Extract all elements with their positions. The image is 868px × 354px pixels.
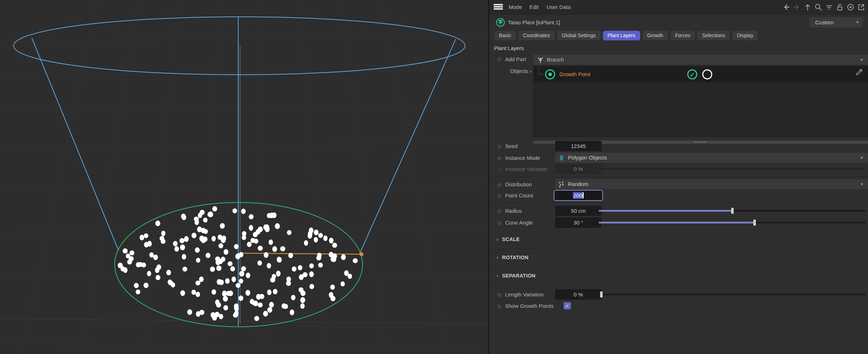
param-diamond-icon: ◇ [497, 166, 502, 172]
radius-label: Radius [505, 208, 522, 214]
point-count-label: Point Count [505, 192, 533, 198]
section-scale[interactable]: ›SCALE [497, 236, 520, 242]
param-diamond-icon: ◇ [497, 155, 502, 161]
length-variation-input[interactable]: 0 % [555, 289, 602, 300]
section-separation[interactable]: ›SEPARATION [497, 272, 535, 279]
application-window: Mode Edit User Data Taiao Plant [toPlant… [0, 0, 868, 354]
growth-point-radio-dot [548, 73, 552, 76]
plant-layers-heading: Plant Layers [494, 45, 524, 51]
object-title: Taiao Plant [toPlant.1] [508, 15, 560, 30]
param-diamond-icon: ◇ [497, 220, 502, 226]
distribution-dropdown[interactable]: Random ▼ [555, 179, 868, 189]
tab-global-settings[interactable]: Global Settings [557, 31, 600, 40]
panel-menubar: Mode Edit User Data [489, 0, 868, 15]
attribute-manager-panel: Mode Edit User Data Taiao Plant [toPlant… [489, 0, 868, 354]
tab-display[interactable]: Display [732, 31, 758, 40]
show-growth-points-checkbox[interactable]: ✓ [564, 302, 571, 309]
text-cursor [583, 192, 584, 198]
section-divider [489, 249, 868, 250]
attribute-tabs: BasicCoordinatesGlobal SettingsPlant Lay… [494, 31, 758, 40]
selected-text: 200 [573, 192, 583, 199]
section-divider [489, 267, 868, 268]
section-divider [489, 286, 868, 287]
panel-toolbar-icons [782, 0, 865, 14]
cone-angle-label: Cone Angle [505, 220, 533, 226]
enabled-check-icon[interactable]: ✓ [687, 69, 697, 79]
forward-arrow-icon[interactable] [793, 3, 801, 11]
section-divider [489, 203, 868, 204]
cone-angle-slider[interactable] [599, 217, 866, 228]
tab-coordinates[interactable]: Coordinates [518, 31, 555, 40]
length-variation-label: Length Variation [505, 291, 544, 298]
tab-growth[interactable]: Growth [643, 31, 668, 40]
param-diamond-icon: ◇ [497, 208, 502, 214]
menu-user-data[interactable]: User Data [547, 0, 571, 14]
preset-value: Custom [815, 19, 834, 25]
length-variation-slider-handle[interactable] [600, 291, 603, 298]
section-rotation[interactable]: ›ROTATION [497, 254, 529, 260]
cone-angle-slider-handle[interactable] [753, 220, 756, 226]
growth-point-name[interactable]: Growth Point [559, 67, 590, 82]
seed-input[interactable]: 12345 [555, 141, 602, 151]
instance-variation-input: 0 % [555, 164, 602, 174]
seed-label: Seed [505, 143, 518, 149]
point-count-input[interactable]: 200 [554, 190, 603, 201]
chevron-down-icon: ▼ [855, 17, 859, 28]
3d-viewport[interactable] [0, 0, 488, 354]
chevron-down-icon: ▼ [860, 55, 864, 65]
instance-mode-dropdown[interactable]: Polygon Objects ▼ [555, 153, 868, 163]
tab-basic[interactable]: Basic [494, 31, 516, 40]
objects-label: Objects › [505, 68, 532, 74]
up-arrow-icon[interactable] [803, 3, 812, 11]
menu-edit[interactable]: Edit [529, 0, 539, 14]
back-arrow-icon[interactable] [782, 3, 790, 11]
param-diamond-icon: ◇ [497, 143, 502, 149]
hamburger-menu-icon[interactable] [494, 3, 503, 11]
instance-variation-label: Instance Variation [505, 166, 548, 172]
param-diamond-icon: ◇ [497, 56, 502, 62]
grid-lines [0, 0, 488, 354]
random-dots-icon [558, 181, 565, 191]
chevron-right-icon: › [497, 236, 498, 242]
radius-slider[interactable] [599, 206, 866, 216]
radius-slider-handle[interactable] [731, 208, 734, 214]
param-diamond-icon: ◇ [497, 193, 502, 198]
tree-connector [539, 67, 544, 74]
leaf-icon [558, 154, 565, 164]
tab-forces[interactable]: Forces [670, 31, 695, 40]
radius-input[interactable]: 50 cm [555, 206, 602, 216]
growth-point-row[interactable]: Growth Point ✓ [534, 67, 868, 82]
add-part-dropdown[interactable]: Branch ▼ [533, 55, 868, 65]
taiao-plant-icon [496, 18, 505, 28]
preset-dropdown[interactable]: Custom ▼ [809, 17, 863, 28]
objects-list[interactable]: Growth Point ✓ [533, 65, 868, 137]
chevron-right-icon: › [497, 254, 498, 260]
show-growth-points-label: Show Growth Points [505, 303, 554, 309]
target-icon[interactable] [846, 3, 854, 11]
menu-mode[interactable]: Mode [509, 0, 522, 14]
external-link-icon[interactable] [857, 3, 865, 11]
chevron-right-icon: › [497, 272, 498, 279]
lock-open-icon[interactable] [835, 3, 844, 11]
object-title-row: Taiao Plant [toPlant.1] Custom ▼ [489, 15, 868, 30]
viewport-canvas [0, 0, 488, 354]
filter-icon[interactable] [825, 3, 833, 11]
distribution-label: Distribution [505, 181, 532, 187]
branch-icon [537, 56, 544, 67]
chevron-down-icon: ▼ [860, 179, 864, 189]
eyedropper-icon[interactable] [855, 68, 863, 77]
param-diamond-icon: ◇ [497, 292, 502, 298]
add-part-label: Add Part [505, 56, 526, 62]
tab-plant-layers[interactable]: Plant Layers [603, 31, 640, 40]
instance-variation-slider [599, 164, 866, 174]
tab-selections[interactable]: Selections [697, 31, 730, 40]
state-circle-icon[interactable] [702, 69, 712, 79]
section-divider [489, 177, 868, 178]
instance-mode-value: Polygon Objects [568, 153, 607, 163]
search-icon[interactable] [814, 3, 822, 11]
cone-angle-input[interactable]: 30 ° [555, 217, 602, 228]
distribution-value: Random [568, 179, 588, 189]
add-part-value: Branch [547, 55, 564, 65]
param-diamond-icon: ◇ [497, 182, 502, 187]
length-variation-slider[interactable] [599, 289, 866, 300]
